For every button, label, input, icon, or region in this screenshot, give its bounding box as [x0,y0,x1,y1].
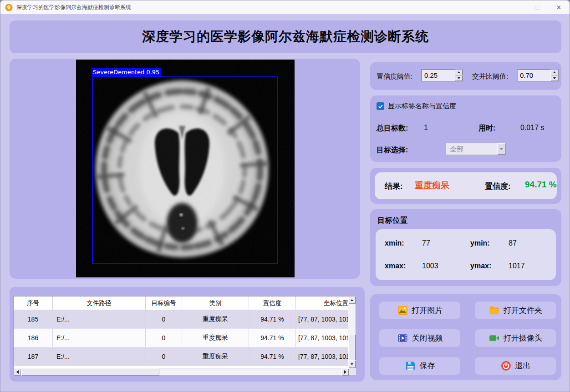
cell-filepath: E:/... [53,347,146,366]
open-folder-label: 打开文件夹 [504,305,542,316]
table-row[interactable]: 185 E:/... 0 重度痴呆 94.71 % [77, 87, 1003,… [14,310,349,329]
cell-index: 187 [14,347,53,366]
save-label: 保存 [420,361,435,371]
cell-confidence: 94.71 % [249,329,296,347]
result-confidence-value: 94.71 % [525,180,557,190]
ymax-label: ymax: [470,262,491,270]
exit-button[interactable]: 退出 [475,357,556,375]
cell-coordinates: [77, 87, 1003, 1017 [296,310,349,328]
target-position-title: 目标位置 [377,216,407,226]
cell-confidence: 94.71 % [249,310,296,328]
horizontal-scrollbar[interactable] [14,368,349,375]
vertical-scrollbar-thumb[interactable] [348,335,356,360]
window-title: 深度学习的医学影像阿尔兹海默症检测诊断系统 [16,4,131,11]
target-position-box: xmin: 77 ymin: 87 xmax: 1003 ymax: 1017 [376,229,556,280]
iou-spin-up[interactable] [550,70,558,75]
iou-spin-down[interactable] [550,75,558,81]
video-icon [397,332,408,344]
iou-threshold-label: 交并比阈值: [472,72,508,81]
iou-threshold-spinbox[interactable]: 0.70 [517,69,559,81]
open-image-label: 打开图片 [412,305,443,316]
scrollbar-corner [349,368,356,375]
target-position-panel: 目标位置 xmin: 77 ymin: 87 xmax: 1003 ymax: … [370,209,561,286]
power-icon [500,360,512,372]
cell-filepath: E:/... [53,310,146,328]
column-header-target-id[interactable]: 目标编号 [146,297,182,310]
cell-class: 重度痴呆 [182,347,249,366]
options-panel: 显示标签名称与置信度 总目标数: 1 用时: 0.017 s 目标选择: 全部 [370,95,561,162]
table-row[interactable]: 187 E:/... 0 重度痴呆 94.71 % [77, 87, 1003,… [14,347,349,366]
column-header-coordinates[interactable]: 坐标位置 [296,297,349,310]
confidence-threshold-label: 置信度阈值: [377,72,412,81]
time-used-value: 0.017 s [520,124,544,132]
confidence-threshold-value: 0.25 [422,70,455,81]
dropdown-arrow-icon[interactable] [497,143,505,155]
app-logo-icon [5,4,13,11]
confidence-spin-up[interactable] [455,70,463,75]
column-header-index[interactable]: 序号 [14,297,53,310]
close-button[interactable]: ✕ [548,0,570,14]
cell-filepath: E:/... [53,329,146,347]
scroll-up-icon[interactable] [348,297,356,304]
cell-confidence: 94.71 % [249,347,296,366]
app-window: 深度学习的医学影像阿尔兹海默症检测诊断系统 — □ ✕ 深度学习的医学影像阿尔兹… [0,0,570,392]
save-icon [405,360,416,372]
open-image-button[interactable]: 打开图片 [379,302,460,319]
minimize-button[interactable]: — [505,0,527,14]
column-header-confidence[interactable]: 置信度 [249,297,296,310]
xmax-value: 1003 [422,262,438,270]
checkbox-checked-icon [377,102,384,110]
target-select-dropdown[interactable]: 全部 [446,143,506,155]
scroll-left-icon[interactable] [14,368,21,376]
ymin-value: 87 [509,239,517,247]
exit-label: 退出 [515,361,531,371]
total-targets-value: 1 [424,124,428,132]
cell-target-id: 0 [146,347,182,366]
open-camera-button[interactable]: 打开摄像头 [475,329,556,347]
ymax-value: 1017 [509,262,525,270]
iou-threshold-value: 0.70 [517,70,550,81]
scroll-down-icon[interactable] [348,361,356,368]
detections-table-panel: 序号 文件路径 目标编号 类别 置信度 坐标位置 185 E:/... 0 重度… [10,287,365,382]
total-targets-label: 总目标数: [377,124,408,133]
detection-bounding-box [92,76,278,264]
page-title: 深度学习的医学影像阿尔兹海默症检测诊断系统 [142,28,429,46]
result-box: 结果: 重度痴呆 置信度: 94.71 % [375,172,557,199]
target-select-value: 全部 [446,143,497,155]
mri-image: SevereDemented 0.95 [76,60,295,277]
confidence-spin-down[interactable] [455,75,463,81]
table-row[interactable]: 186 E:/... 0 重度痴呆 94.71 % [77, 87, 1003,… [14,329,349,347]
show-labels-checkbox[interactable]: 显示标签名称与置信度 [377,102,456,111]
result-label: 结果: [385,181,403,191]
xmin-value: 77 [422,239,430,247]
xmin-label: xmin: [385,239,404,247]
folder-icon [489,305,500,316]
cell-class: 重度痴呆 [182,310,249,328]
cell-target-id: 0 [146,310,182,328]
save-button[interactable]: 保存 [379,357,460,375]
result-value: 重度痴呆 [415,180,449,191]
vertical-scrollbar[interactable] [348,297,356,368]
horizontal-scrollbar-thumb[interactable] [21,368,159,376]
detection-label: SevereDemented 0.95 [92,68,161,76]
maximize-button[interactable]: □ [527,0,548,14]
action-buttons-panel: 打开图片 打开文件夹 关闭视频 [370,294,561,380]
cell-coordinates: [77, 87, 1003, 1017 [296,329,349,347]
scroll-right-icon[interactable] [341,368,349,376]
cell-coordinates: [77, 87, 1003, 1017 [296,347,349,366]
time-used-label: 用时: [478,124,495,133]
detections-table: 序号 文件路径 目标编号 类别 置信度 坐标位置 185 E:/... 0 重度… [13,296,356,375]
cell-target-id: 0 [146,329,182,347]
camera-icon [489,332,500,344]
ymin-label: ymin: [470,239,490,247]
confidence-threshold-spinbox[interactable]: 0.25 [421,69,463,81]
image-icon [397,305,408,316]
threshold-panel: 置信度阈值: 0.25 交并比阈值: 0.70 [370,62,561,90]
image-viewer-panel: SevereDemented 0.95 [10,59,360,279]
open-folder-button[interactable]: 打开文件夹 [475,302,556,319]
header-banner: 深度学习的医学影像阿尔兹海默症检测诊断系统 [10,20,561,53]
cell-class: 重度痴呆 [182,329,249,347]
close-video-button[interactable]: 关闭视频 [379,329,460,347]
column-header-filepath[interactable]: 文件路径 [53,297,146,310]
column-header-class[interactable]: 类别 [182,297,249,310]
